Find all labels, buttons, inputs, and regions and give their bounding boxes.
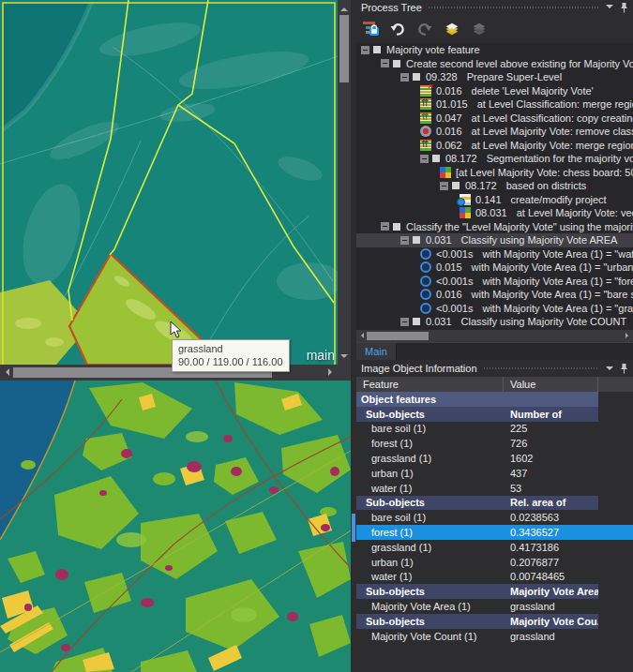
top-map-vertical-scrollbar[interactable] bbox=[338, 0, 351, 365]
scroll-up-icon[interactable] bbox=[340, 4, 348, 11]
tree-row[interactable]: Classify the "Level Majority Vote" using… bbox=[356, 220, 633, 234]
tree-row[interactable]: 08.031at Level Majority Vote: vector- bbox=[356, 206, 633, 220]
pin-icon[interactable] bbox=[620, 2, 628, 13]
classified-map-view[interactable] bbox=[0, 381, 351, 672]
tree-row[interactable]: <0.001swith Majority Vote Area (1) = "wa… bbox=[356, 247, 633, 261]
table-row[interactable]: grassland (1)1602 bbox=[356, 451, 633, 466]
tree-row[interactable]: 0.031Classify using Majority Vote COUNT bbox=[356, 315, 633, 329]
classification-icon bbox=[420, 261, 431, 273]
scroll-left-icon[interactable] bbox=[358, 333, 364, 338]
remove-classification-icon bbox=[420, 126, 431, 137]
checkbox-icon[interactable] bbox=[393, 60, 400, 67]
process-tree-titlebar[interactable]: Process Tree bbox=[356, 0, 633, 14]
table-row[interactable]: bare soil (1)0.0238563 bbox=[356, 510, 633, 525]
chevron-down-icon[interactable] bbox=[606, 5, 613, 12]
splitter-handle[interactable] bbox=[352, 514, 355, 542]
tree-row[interactable]: 08.172based on districts bbox=[356, 179, 633, 193]
redo-icon[interactable] bbox=[415, 20, 434, 38]
tree-row[interactable]: 0.016with Majority Vote Area (1) = "bare… bbox=[356, 288, 633, 302]
column-header-feature[interactable]: Feature bbox=[356, 377, 504, 392]
checkbox-icon[interactable] bbox=[452, 182, 460, 189]
table-header-row[interactable]: Feature Value bbox=[356, 377, 633, 392]
process-tree-lock-icon[interactable] bbox=[361, 20, 380, 38]
classification-raster-canvas[interactable] bbox=[0, 381, 351, 672]
expander-minus-icon[interactable] bbox=[400, 318, 409, 326]
process-tree-tabstrip: Main bbox=[356, 342, 633, 360]
subheader-feature: Sub-objects bbox=[356, 497, 504, 508]
checkbox-icon[interactable] bbox=[373, 46, 381, 53]
table-row[interactable]: forest (1)0.3436527 bbox=[356, 525, 633, 540]
table-row[interactable]: Majority Vote Count (1)grassland bbox=[356, 629, 633, 644]
column-header-value[interactable]: Value bbox=[504, 377, 598, 392]
tree-row[interactable]: <0.001swith Majority Vote Area (1) = "gr… bbox=[356, 302, 633, 316]
panel-splitter[interactable] bbox=[351, 0, 356, 672]
tree-row[interactable]: 0.141create/modify project bbox=[356, 193, 633, 207]
execute-stack-disabled-icon bbox=[470, 20, 489, 38]
tree-row[interactable]: <0.001swith Majority Vote Area (1) = "fo… bbox=[356, 275, 633, 289]
table-row[interactable]: water (1)53 bbox=[356, 481, 633, 496]
expander-minus-icon[interactable] bbox=[440, 182, 448, 190]
checkbox-icon[interactable] bbox=[393, 223, 400, 231]
table-row[interactable]: urban (1)0.2076877 bbox=[356, 555, 633, 570]
ioi-titlebar[interactable]: Image Object Information bbox=[356, 360, 633, 377]
feature-cell: Majority Vote Area (1) bbox=[356, 601, 504, 612]
table-row[interactable]: bare soil (1)225 bbox=[356, 422, 633, 437]
checkbox-icon[interactable] bbox=[413, 236, 420, 244]
process-label: based on districts bbox=[506, 180, 587, 191]
execute-stack-icon[interactable] bbox=[443, 20, 461, 38]
process-label: at Level Classification: copy creating '… bbox=[472, 112, 633, 124]
feature-table[interactable]: Feature Value Object featuresSub-objects… bbox=[356, 377, 633, 644]
table-section-row[interactable]: Sub-objectsMajority Vote Area bbox=[356, 584, 633, 599]
checkbox-icon[interactable] bbox=[432, 155, 440, 162]
tree-row[interactable]: 0.016delete 'Level Majority Vote' bbox=[356, 84, 633, 98]
checkbox-icon[interactable] bbox=[413, 318, 420, 325]
tree-row[interactable]: 08.172Segmentation for the majority vote… bbox=[356, 152, 633, 166]
process-label: at Level Majority Vote: merge region bbox=[472, 140, 633, 151]
undo-icon[interactable] bbox=[388, 20, 407, 38]
tree-row[interactable]: Create second level above existing for M… bbox=[356, 57, 633, 71]
process-tree-list[interactable]: Majority vote featureCreate second level… bbox=[356, 43, 633, 330]
tree-row[interactable]: 09.328Prepare Super-Level bbox=[356, 70, 633, 84]
expander-minus-icon[interactable] bbox=[361, 46, 369, 54]
tree-row[interactable]: [at Level Majority Vote: chess board: 50… bbox=[356, 166, 633, 180]
expander-minus-icon[interactable] bbox=[400, 73, 409, 82]
expander-minus-icon[interactable] bbox=[420, 155, 429, 163]
scroll-down-icon[interactable] bbox=[340, 354, 348, 362]
scroll-right-icon[interactable] bbox=[625, 333, 631, 338]
tree-row[interactable]: 0.015with Majority Vote Area (1) = "urba… bbox=[356, 261, 633, 275]
table-row[interactable]: Majority Vote Area (1)grassland bbox=[356, 599, 633, 614]
scrollbar-thumb[interactable] bbox=[367, 332, 429, 340]
scroll-right-icon[interactable] bbox=[328, 368, 336, 376]
segmented-image-canvas[interactable] bbox=[0, 0, 351, 365]
scroll-left-icon[interactable] bbox=[2, 368, 9, 376]
table-row[interactable]: grassland (1)0.4173186 bbox=[356, 540, 633, 555]
expander-minus-icon[interactable] bbox=[381, 59, 389, 67]
tree-row[interactable]: 01.015at Level Classification: merge reg… bbox=[356, 97, 633, 112]
execution-time: 0.141 bbox=[475, 194, 502, 205]
table-row[interactable]: urban (1)437 bbox=[356, 466, 633, 481]
expander-minus-icon[interactable] bbox=[381, 222, 389, 231]
table-section-row[interactable]: Sub-objectsRel. area of bbox=[356, 496, 633, 511]
chevron-down-icon[interactable] bbox=[606, 366, 613, 374]
expander-minus-icon[interactable] bbox=[400, 236, 409, 245]
table-section-row[interactable]: Object features bbox=[356, 392, 633, 407]
tree-row[interactable]: 0.016at Level Majority Vote: remove clas… bbox=[356, 125, 633, 139]
scrollbar-thumb[interactable] bbox=[339, 15, 349, 82]
execution-time: 0.016 bbox=[436, 85, 462, 97]
pin-icon[interactable] bbox=[620, 363, 628, 374]
process-tree-horizontal-scrollbar[interactable] bbox=[356, 330, 633, 342]
checkbox-icon[interactable] bbox=[413, 73, 420, 81]
classification-icon bbox=[420, 248, 431, 260]
tab-main[interactable]: Main bbox=[356, 343, 397, 360]
table-row[interactable]: forest (1)726 bbox=[356, 436, 633, 451]
table-row[interactable]: water (1)0.00748465 bbox=[356, 570, 633, 585]
table-section-row[interactable]: Sub-objectsNumber of bbox=[356, 407, 633, 422]
tree-row[interactable]: Majority vote feature bbox=[356, 43, 633, 57]
feature-cell: urban (1) bbox=[356, 557, 504, 568]
tree-row[interactable]: 0.062at Level Majority Vote: merge regio… bbox=[356, 139, 633, 153]
value-cell: 53 bbox=[504, 483, 598, 494]
top-map-view[interactable]: main bbox=[0, 0, 351, 365]
table-section-row[interactable]: Sub-objectsMajority Vote Cou... bbox=[356, 614, 633, 629]
tree-row[interactable]: 0.031Classify using Majority Vote AREA bbox=[356, 233, 633, 247]
tree-row[interactable]: 0.047at Level Classification: copy creat… bbox=[356, 112, 633, 126]
